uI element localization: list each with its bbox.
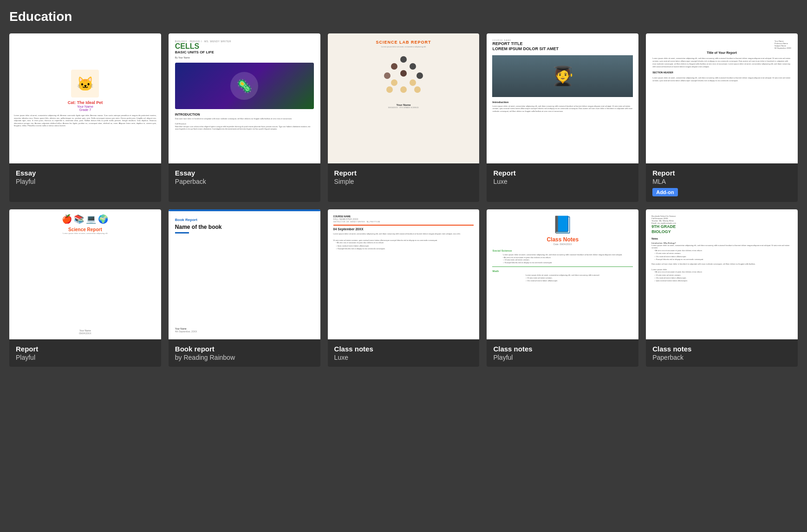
card-report-luxe[interactable]: COURSE NAME REPORT TITLELOREM IPSUM DOLO…: [487, 33, 638, 202]
card-info: Class notes Playful: [487, 339, 638, 367]
br-subtitle: Book Report: [175, 218, 197, 222]
card-essay-paperback[interactable]: BIOLOGY · PERIOD I · MS. WENDY WRITER CE…: [169, 33, 320, 202]
cp-body2: Lorem ipsum dolor sit amet, consectetur …: [526, 274, 599, 282]
rm-right: Your NameProfessor NameSubject Name04 Se…: [774, 40, 791, 49]
globe-icon: 🌍: [98, 214, 108, 224]
ep-author: By Your Name: [175, 56, 190, 59]
card-info: Book report by Reading Rainbow: [169, 339, 320, 367]
card-preview: Book Report Name of the book Your Name 4…: [169, 209, 320, 339]
rl-body: Lorem ipsum dolor sit amet, consectetur …: [492, 105, 633, 113]
cpb-title: 9TH GRADEBIOLOGY: [651, 224, 676, 234]
svg-point-0: [400, 56, 407, 63]
card-info: Class notes Paperback: [646, 339, 798, 367]
card-info: Report MLA Add-on: [646, 163, 798, 202]
cl-body: Lorem ipsum dolor sit amet, consectetur …: [333, 233, 461, 235]
card-subtype: Playful: [493, 354, 632, 361]
card-subtype: Paperback: [175, 178, 314, 185]
essay-title: Cat: The Ideal Pet: [68, 100, 103, 105]
cp-title: Class Notes: [547, 236, 579, 243]
card-info: Class notes Luxe: [328, 339, 480, 367]
card-preview: COURSE NAME FALL SEMESTER 20XX INSTRUCTO…: [328, 209, 480, 339]
ep-image-inner: 🦠: [230, 72, 258, 100]
card-subtype: Playful: [16, 354, 155, 361]
card-subtype: MLA: [652, 178, 791, 185]
card-info: Report Simple: [328, 163, 480, 191]
card-type: Class notes: [652, 345, 791, 353]
cpb-body: Lorem ipsum dolor sit amet, consectetur …: [651, 244, 792, 249]
computer-icon: 💻: [86, 214, 96, 224]
card-classnotes-paperback[interactable]: Brookside School for ScienceFall Semeste…: [646, 209, 798, 367]
book-icon: 📚: [74, 214, 84, 224]
card-type: Essay: [175, 169, 314, 177]
rl-intro: Introduction: [492, 101, 508, 104]
card-type: Report: [334, 169, 473, 177]
cp-date: Date: 09/04/20XX: [553, 243, 572, 246]
rm-section: SECTION HEADER: [652, 71, 673, 74]
card-subtype: Luxe: [493, 178, 632, 185]
card-type: Report: [16, 345, 155, 353]
cl-date: 04 September 20XX: [333, 227, 364, 231]
rm-body2: Lorem ipsum dolor sit amet, consectetur …: [652, 77, 791, 82]
rs-date: 09/04/20XX · 9TH GRADE SCIENCE: [388, 106, 419, 109]
card-subtype: by Reading Rainbow: [175, 354, 314, 361]
svg-point-3: [384, 72, 390, 79]
essay-author: Your NameGrade 7: [77, 105, 93, 111]
cp-line: [492, 266, 633, 267]
card-info: Report Playful: [9, 339, 161, 367]
cp-icon: 📘: [552, 215, 573, 234]
card-report-simple[interactable]: SCIENCE LAB REPORT Lorem ipsum dolor sit…: [328, 33, 480, 202]
card-preview: 🍎 📚 💻 🌍 Science Report Lorem ipsum dolor…: [9, 209, 161, 339]
template-grid: 🐱 Cat: The Ideal Pet Your NameGrade 7 Lo…: [9, 33, 798, 367]
card-report-mla[interactable]: Your NameProfessor NameSubject Name04 Se…: [646, 33, 798, 202]
card-report-playful[interactable]: 🍎 📚 💻 🌍 Science Report Lorem ipsum dolor…: [9, 209, 161, 367]
card-info: Essay Paperback: [169, 163, 320, 191]
rl-title: REPORT TITLELOREM IPSUM DOLOR SIT AMET: [492, 41, 559, 52]
card-classnotes-luxe[interactable]: COURSE NAME FALL SEMESTER 20XX INSTRUCTO…: [328, 209, 480, 367]
card-classnotes-playful[interactable]: 📘 Class Notes Date: 09/04/20XX Social Sc…: [487, 209, 638, 367]
rm-title: Title of Your Report: [652, 51, 791, 54]
addon-badge: Add-on: [652, 188, 677, 196]
apple-icon: 🍎: [62, 214, 72, 224]
ep-subtitle: BASIC UNITS OF LIFE: [175, 50, 214, 54]
rs-title: SCIENCE LAB REPORT: [376, 40, 431, 45]
rp-title: Science Report: [68, 227, 102, 232]
ep-image: 🦠: [175, 63, 314, 109]
card-essay-playful[interactable]: 🐱 Cat: The Ideal Pet Your NameGrade 7 Lo…: [9, 33, 161, 202]
card-info: Report Luxe: [487, 163, 638, 191]
ep-cells: CELLS: [175, 43, 199, 50]
cp-section: Social Science: [492, 249, 512, 252]
essay-body: Lorem ipsum dolor sit amet, consectetur …: [14, 114, 156, 127]
svg-point-5: [417, 72, 423, 79]
rl-image: 🧑‍🎓: [492, 55, 633, 97]
svg-point-10: [414, 86, 421, 93]
cp-section2: Math: [492, 270, 499, 272]
rp-icons: 🍎 📚 💻 🌍: [62, 214, 108, 224]
card-subtype: Simple: [334, 178, 473, 185]
card-preview: COURSE NAME REPORT TITLELOREM IPSUM DOLO…: [487, 33, 638, 163]
card-preview: 🐱 Cat: The Ideal Pet Your NameGrade 7 Lo…: [9, 33, 161, 163]
card-subtype: Playful: [16, 178, 155, 185]
br-line: [175, 232, 189, 234]
rp-lorem: Lorem ipsum dolor sit amet, consectetur …: [63, 232, 107, 234]
card-type: Class notes: [493, 345, 632, 353]
cl-divider: [333, 225, 474, 226]
svg-point-9: [400, 86, 407, 93]
card-bookreport[interactable]: Book Report Name of the book Your Name 4…: [169, 209, 320, 367]
svg-point-1: [391, 63, 397, 70]
svg-point-7: [410, 79, 416, 86]
svg-point-4: [400, 70, 407, 77]
card-info: Essay Playful: [9, 163, 161, 191]
card-type: Essay: [16, 169, 155, 177]
card-preview: Your NameProfessor NameSubject Name04 Se…: [646, 33, 798, 163]
svg-point-8: [386, 86, 393, 93]
pet-image: 🐱: [71, 70, 99, 97]
cp-body: Lorem ipsum dolor sit amet, consectetur …: [503, 253, 622, 264]
rp-date: 09/04/20XX: [79, 332, 91, 335]
card-type: Report: [493, 169, 632, 177]
cl-bullets: • At vero eos et accusam et justo duo do…: [333, 241, 385, 250]
card-preview: BIOLOGY · PERIOD I · MS. WENDY WRITER CE…: [169, 33, 320, 163]
cpb-school: Brookside School for ScienceFall Semeste…: [651, 215, 676, 224]
cpb-notes-header: Notes: [651, 237, 658, 240]
card-preview: Brookside School for ScienceFall Semeste…: [646, 209, 798, 339]
card-subtype: Paperback: [652, 354, 791, 361]
